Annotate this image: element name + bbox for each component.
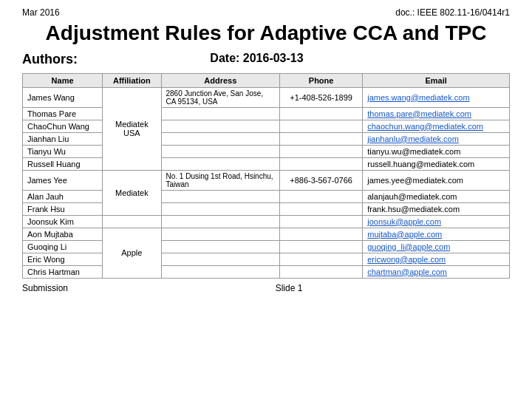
cell-name: Frank Hsu: [23, 202, 103, 215]
col-header-phone: Phone: [280, 73, 363, 87]
cell-email: james.yee@mediatek.com: [363, 170, 510, 190]
cell-address: [161, 132, 280, 145]
cell-phone: [280, 120, 363, 132]
table-row: Frank Hsufrank.hsu@mediatek.com: [23, 202, 510, 215]
cell-address: [161, 202, 280, 215]
table-row: Eric Wongericwong@apple.com: [23, 253, 510, 265]
doc-date: Mar 2016: [22, 7, 60, 18]
table-row: Guoqing Liguoqing_li@apple.com: [23, 240, 510, 253]
table-row: Thomas Parethomas.pare@mediatek.com: [23, 107, 510, 120]
cell-address: No. 1 Dusing 1st Road, Hsinchu, Taiwan: [161, 170, 280, 190]
col-header-affiliation: Affiliation: [103, 73, 161, 87]
cell-affiliation: [103, 215, 161, 228]
page-title: Adjustment Rules for Adaptive CCA and TP…: [22, 21, 510, 46]
email-link[interactable]: ericwong@apple.com: [367, 255, 446, 264]
table-row: James YeeMediatekNo. 1 Dusing 1st Road, …: [23, 170, 510, 190]
cell-email: joonsuk@apple.com: [363, 215, 510, 228]
col-header-email: Email: [363, 73, 510, 87]
table-row: Jianhan Liujianhanlu@mediatek.com: [23, 132, 510, 145]
cell-phone: +886-3-567-0766: [280, 170, 363, 190]
table-row: Russell Huangrussell.huang@mediatek.com: [23, 157, 510, 170]
cell-address: [161, 145, 280, 157]
table-row: Joonsuk Kimjoonsuk@apple.com: [23, 215, 510, 228]
cell-name: Joonsuk Kim: [23, 215, 103, 228]
top-bar: Mar 2016 doc.: IEEE 802.11-16/0414r1: [22, 7, 510, 18]
cell-phone: [280, 157, 363, 170]
cell-address: [161, 253, 280, 265]
cell-email: mujtaba@apple.com: [363, 228, 510, 240]
date-authors-row: Authors: Date: 2016-03-13: [22, 52, 510, 67]
cell-name: Jianhan Liu: [23, 132, 103, 145]
doc-id: doc.: IEEE 802.11-16/0414r1: [395, 7, 510, 18]
cell-address: [161, 240, 280, 253]
email-link[interactable]: guoqing_li@apple.com: [367, 242, 450, 251]
cell-name: ChaoChun Wang: [23, 120, 103, 132]
table-row: Tianyu Wutianyu.wu@mediatek.com: [23, 145, 510, 157]
cell-address: [161, 120, 280, 132]
authors-table: Name Affiliation Address Phone Email Jam…: [22, 73, 510, 279]
cell-email: guoqing_li@apple.com: [363, 240, 510, 253]
cell-name: Eric Wong: [23, 253, 103, 265]
cell-address: [161, 190, 280, 202]
email-link[interactable]: joonsuk@apple.com: [367, 217, 441, 226]
cell-phone: [280, 202, 363, 215]
cell-address: [161, 215, 280, 228]
cell-phone: [280, 107, 363, 120]
cell-name: James Wang: [23, 87, 103, 107]
cell-email: chaochun.wang@mediatek.com: [363, 120, 510, 132]
cell-name: Thomas Pare: [23, 107, 103, 120]
email-link[interactable]: chaochun.wang@mediatek.com: [367, 122, 483, 131]
email-link[interactable]: mujtaba@apple.com: [367, 230, 442, 239]
cell-email: jianhanlu@mediatek.com: [363, 132, 510, 145]
col-header-address: Address: [161, 73, 280, 87]
email-link[interactable]: james.wang@mediatek.com: [367, 93, 469, 102]
cell-address: [161, 107, 280, 120]
email-link[interactable]: jianhanlu@mediatek.com: [367, 134, 459, 143]
submission-label: Submission: [22, 283, 68, 293]
cell-affiliation: Apple: [103, 228, 161, 278]
email-link[interactable]: thomas.pare@mediatek.com: [367, 109, 471, 118]
email-link[interactable]: chartman@apple.com: [367, 267, 447, 276]
cell-address: [161, 157, 280, 170]
table-row: Aon MujtabaApplemujtaba@apple.com: [23, 228, 510, 240]
page: Mar 2016 doc.: IEEE 802.11-16/0414r1 Adj…: [0, 0, 532, 399]
cell-name: Guoqing Li: [23, 240, 103, 253]
cell-phone: +1-408-526-1899: [280, 87, 363, 107]
cell-name: James Yee: [23, 170, 103, 190]
cell-address: [161, 228, 280, 240]
cell-phone: [280, 215, 363, 228]
cell-email: thomas.pare@mediatek.com: [363, 107, 510, 120]
cell-phone: [280, 265, 363, 278]
slide-number: Slide 1: [68, 283, 510, 293]
cell-name: Russell Huang: [23, 157, 103, 170]
table-row: Chris Hartmanchartman@apple.com: [23, 265, 510, 278]
cell-name: Tianyu Wu: [23, 145, 103, 157]
cell-name: Alan Jauh: [23, 190, 103, 202]
table-row: James WangMediatek USA2860 Junction Ave,…: [23, 87, 510, 107]
cell-email: tianyu.wu@mediatek.com: [363, 145, 510, 157]
bottom-bar: Submission Slide 1: [22, 283, 510, 293]
cell-phone: [280, 132, 363, 145]
cell-phone: [280, 228, 363, 240]
table-row: Alan Jauhalanjauh@mediatek.com: [23, 190, 510, 202]
cell-email: alanjauh@mediatek.com: [363, 190, 510, 202]
cell-name: Aon Mujtaba: [23, 228, 103, 240]
cell-phone: [280, 253, 363, 265]
authors-label: Authors:: [22, 52, 78, 67]
cell-email: ericwong@apple.com: [363, 253, 510, 265]
date-label: Date: 2016-03-13: [78, 52, 436, 65]
cell-phone: [280, 190, 363, 202]
cell-email: chartman@apple.com: [363, 265, 510, 278]
cell-email: frank.hsu@mediatek.com: [363, 202, 510, 215]
table-header-row: Name Affiliation Address Phone Email: [23, 73, 510, 87]
cell-affiliation: Mediatek USA: [103, 87, 161, 170]
cell-phone: [280, 145, 363, 157]
cell-address: 2860 Junction Ave, San Jose, CA 95134, U…: [161, 87, 280, 107]
table-row: ChaoChun Wangchaochun.wang@mediatek.com: [23, 120, 510, 132]
cell-phone: [280, 240, 363, 253]
cell-address: [161, 265, 280, 278]
cell-affiliation: Mediatek: [103, 170, 161, 215]
cell-name: Chris Hartman: [23, 265, 103, 278]
cell-email: russell.huang@mediatek.com: [363, 157, 510, 170]
col-header-name: Name: [23, 73, 103, 87]
